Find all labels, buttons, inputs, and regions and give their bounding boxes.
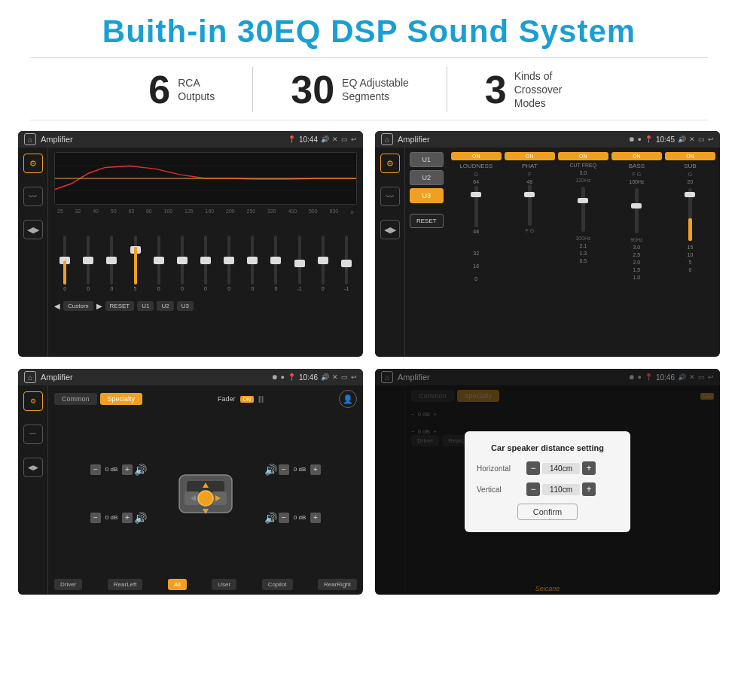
horizontal-minus-btn[interactable]: − [526, 461, 540, 475]
eq-slider-13[interactable]: -1 [336, 236, 357, 291]
eq-reset-btn[interactable]: RESET [105, 301, 135, 311]
fader-tab-common[interactable]: Common [54, 393, 97, 405]
horizontal-plus-btn[interactable]: + [582, 461, 596, 475]
back-icon[interactable]: ↩ [351, 135, 357, 143]
fader-home-icon[interactable] [24, 371, 36, 383]
fader-tl-plus[interactable]: + [122, 464, 133, 475]
bass-label: BASS [629, 163, 645, 169]
fader-tl-minus[interactable]: − [90, 464, 101, 475]
fader-right-controls: 🔊 − 0 dB + 🔊 − 0 dB + [264, 464, 321, 524]
user-btn[interactable]: User [212, 579, 236, 590]
fader-br-minus[interactable]: − [279, 513, 289, 523]
eq-slider-11[interactable]: -1 [289, 236, 310, 291]
fader-sidebar-icon-2[interactable]: 〰 [23, 425, 43, 444]
home-icon[interactable] [24, 133, 36, 145]
channel-cols: ON LOUDNESS G 64 48 32 16 [451, 152, 715, 282]
stat-label-eq: EQ AdjustableSegments [342, 76, 409, 103]
fader-sidebar-icon-3[interactable]: ◀▶ [23, 458, 43, 477]
crossover-close-icon[interactable]: ✕ [689, 135, 695, 143]
eq-slider-2[interactable]: 0 [78, 236, 99, 291]
fader-back-icon[interactable]: ↩ [351, 373, 357, 381]
phat-slider-area[interactable]: 48 [526, 179, 532, 226]
eq-slider-9[interactable]: 0 [242, 236, 263, 291]
window-icon[interactable]: ▭ [341, 135, 348, 143]
crossover-sidebar-icon-2[interactable]: 〰 [380, 187, 400, 206]
crossover-speaker-icon: 🔊 [678, 135, 686, 143]
fader-profile-icon[interactable]: 👤 [339, 390, 357, 408]
eq-u2-btn[interactable]: U2 [157, 301, 173, 311]
eq-u3-btn[interactable]: U3 [177, 301, 194, 311]
vertical-minus-btn[interactable]: − [526, 482, 540, 496]
all-btn[interactable]: All [168, 579, 187, 590]
fader-close-icon[interactable]: ✕ [332, 373, 338, 381]
fader-window-icon[interactable]: ▭ [341, 373, 348, 381]
eq-sidebar-icon-2[interactable]: 〰 [23, 187, 43, 206]
eq-slider-3[interactable]: 0 [101, 236, 122, 291]
eq-prev-btn[interactable]: ◀ [54, 302, 60, 310]
eq-screen-content: ⚙ 〰 ◀▶ [18, 148, 363, 357]
crossover-back-icon[interactable]: ↩ [708, 135, 714, 143]
eq-sidebar: ⚙ 〰 ◀▶ [18, 148, 48, 357]
eq-slider-5[interactable]: 0 [148, 236, 169, 291]
rearright-btn[interactable]: RearRight [318, 579, 357, 590]
crossover-sidebar-icon-3[interactable]: ◀▶ [380, 220, 400, 239]
driver-btn[interactable]: Driver [54, 579, 82, 590]
crossover-home-icon[interactable] [381, 133, 393, 145]
fader-tr-plus[interactable]: + [310, 464, 321, 475]
fader-screen: Amplifier ⏺ ● 📍 10:46 🔊 ✕ ▭ ↩ ⚙ 〰 ◀▶ [18, 369, 363, 595]
close-icon[interactable]: ✕ [332, 135, 338, 143]
eq-slider-6[interactable]: 0 [172, 236, 193, 291]
vertical-ctrl: − 110cm + [526, 482, 596, 496]
sub-on-btn[interactable]: ON [665, 152, 715, 160]
bass-slider[interactable] [635, 188, 639, 233]
phat-on-btn[interactable]: ON [505, 152, 555, 160]
eq-slider-4[interactable]: 5 [124, 236, 145, 291]
crossover-reset-btn[interactable]: RESET [410, 214, 444, 228]
crossover-window-icon[interactable]: ▭ [698, 135, 705, 143]
channel-phat: ON PHAT F 48 F G [505, 152, 555, 282]
eq-next-btn[interactable]: ▶ [96, 302, 102, 310]
crossover-sidebar-icon-1[interactable]: ⚙ [380, 154, 400, 173]
fader-tr-minus[interactable]: − [279, 464, 289, 475]
eq-slider-10[interactable]: 0 [265, 236, 286, 291]
u1-preset-btn[interactable]: U1 [410, 152, 444, 167]
eq-sidebar-icon-3[interactable]: ◀▶ [23, 220, 43, 239]
fader-bar-icons: ⏺ ● 📍 10:46 🔊 ✕ ▭ ↩ [271, 373, 357, 382]
loudness-on-btn[interactable]: ON [451, 152, 502, 160]
horizontal-value: 140cm [542, 463, 580, 474]
fader-tab-specialty[interactable]: Specialty [100, 393, 143, 405]
eq-freq-labels: 25 32 40 50 63 80 100 125 160 200 250 32… [54, 208, 357, 216]
u3-preset-btn[interactable]: U3 [410, 188, 444, 203]
confirm-button[interactable]: Confirm [517, 504, 578, 520]
eq-sidebar-icon-1[interactable]: ⚙ [23, 154, 43, 173]
eq-slider-8[interactable]: 0 [218, 236, 239, 291]
u2-preset-btn[interactable]: U2 [410, 170, 444, 185]
vertical-plus-btn[interactable]: + [582, 482, 596, 496]
eq-u1-btn[interactable]: U1 [137, 301, 154, 311]
eq-slider-7[interactable]: 0 [195, 236, 216, 291]
fader-tabs: Common Specialty [54, 393, 142, 405]
eq-curve-svg [55, 153, 356, 204]
cutfreq-on-btn[interactable]: ON [558, 152, 608, 160]
fader-br-plus[interactable]: + [310, 513, 321, 523]
eq-main: 25 32 40 50 63 80 100 125 160 200 250 32… [48, 148, 363, 357]
page-header: Buith-in 30EQ DSP Sound System [0, 0, 738, 57]
copilot-btn[interactable]: Copilot [262, 579, 293, 590]
fader-bl-plus[interactable]: + [122, 513, 133, 523]
bass-on-btn[interactable]: ON [611, 152, 662, 160]
cutfreq-slider[interactable] [581, 187, 585, 232]
eq-custom-btn[interactable]: Custom [63, 301, 93, 311]
rearleft-btn[interactable]: RearLeft [108, 579, 143, 590]
fader-bl-minus[interactable]: − [90, 513, 101, 523]
loudness-slider[interactable]: 64 48 32 16 0 [473, 179, 479, 282]
channel-sub: ON SUB G 20 15 10 5 0 [665, 152, 715, 282]
fader-content: ⚙ 〰 ◀▶ Common Specialty Fader ON ||| 👤 [18, 385, 363, 595]
crossover-top: U1 U2 U3 RESET ON LOUDNESS G 64 [410, 152, 715, 282]
sub-slider[interactable] [688, 188, 692, 241]
stats-row: 6 RCAOutputs 30 EQ AdjustableSegments 3 … [30, 57, 708, 120]
eq-slider-1[interactable]: 0 [54, 236, 75, 291]
stat-number-eq: 30 [291, 70, 334, 109]
fader-bl-icon: 🔊 [134, 512, 147, 524]
eq-slider-12[interactable]: 0 [313, 236, 334, 291]
fader-sidebar-icon-1[interactable]: ⚙ [23, 391, 43, 411]
